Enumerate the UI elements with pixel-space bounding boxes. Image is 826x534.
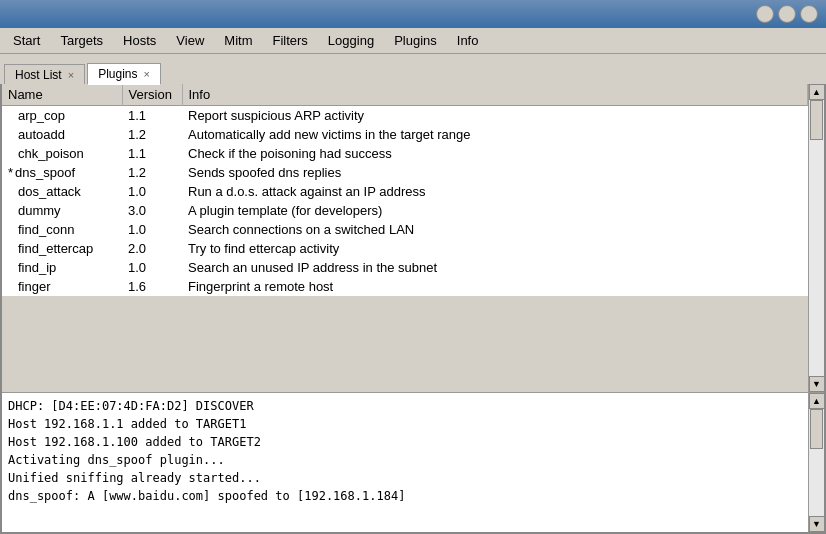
plugin-name: dos_attack [18, 184, 81, 199]
table-row[interactable]: autoadd1.2Automatically add new victims … [2, 125, 808, 144]
console-line: Activating dns_spoof plugin... [8, 451, 802, 469]
plugin-name: find_conn [18, 222, 74, 237]
plugin-info-cell: Automatically add new victims in the tar… [182, 125, 808, 144]
plugin-info-cell: Search connections on a switched LAN [182, 220, 808, 239]
plugin-version-cell: 1.6 [122, 277, 182, 296]
console-line: dns_spoof: A [www.baidu.com] spoofed to … [8, 487, 802, 505]
plugin-name: find_ettercap [18, 241, 93, 256]
menu-item-start[interactable]: Start [4, 29, 49, 52]
plugin-version-cell: 1.0 [122, 182, 182, 201]
tab-label: Plugins [98, 67, 137, 81]
tab-host-list[interactable]: Host List× [4, 64, 85, 85]
menubar: StartTargetsHostsViewMitmFiltersLoggingP… [0, 28, 826, 54]
table-row[interactable]: find_conn1.0Search connections on a swit… [2, 220, 808, 239]
tabbar: Host List×Plugins× [0, 54, 826, 84]
menu-item-hosts[interactable]: Hosts [114, 29, 165, 52]
plugin-table: Name Version Info arp_cop1.1Report suspi… [2, 84, 808, 296]
plugin-info-cell: Try to find ettercap activity [182, 239, 808, 258]
menu-item-logging[interactable]: Logging [319, 29, 383, 52]
plugin-info-cell: Run a d.o.s. attack against an IP addres… [182, 182, 808, 201]
plugin-info-cell: A plugin template (for developers) [182, 201, 808, 220]
plugin-name-cell: chk_poison [2, 144, 122, 163]
plugin-version-cell: 1.1 [122, 144, 182, 163]
scroll-up-button[interactable]: ▲ [809, 84, 825, 100]
tab-plugins[interactable]: Plugins× [87, 63, 161, 85]
console-scroll-down[interactable]: ▼ [809, 516, 825, 532]
console-scrollbar[interactable]: ▲ ▼ [808, 393, 824, 532]
table-header-row: Name Version Info [2, 84, 808, 106]
table-row[interactable]: arp_cop1.1Report suspicious ARP activity [2, 106, 808, 126]
col-header-version: Version [122, 84, 182, 106]
plugin-version-cell: 1.0 [122, 220, 182, 239]
minimize-button[interactable] [756, 5, 774, 23]
plugin-version-cell: 1.0 [122, 258, 182, 277]
plugin-name-cell: autoadd [2, 125, 122, 144]
console-line: Host 192.168.1.100 added to TARGET2 [8, 433, 802, 451]
table-scrollbar[interactable]: ▲ ▼ [808, 84, 824, 392]
table-row[interactable]: dummy3.0A plugin template (for developer… [2, 201, 808, 220]
plugin-name-cell: *dns_spoof [2, 163, 122, 182]
menu-item-filters[interactable]: Filters [263, 29, 316, 52]
col-header-name: Name [2, 84, 122, 106]
plugin-version-cell: 1.2 [122, 125, 182, 144]
plugin-name-cell: dos_attack [2, 182, 122, 201]
table-row[interactable]: chk_poison1.1Check if the poisoning had … [2, 144, 808, 163]
plugin-version-cell: 1.2 [122, 163, 182, 182]
plugin-info-cell: Check if the poisoning had success [182, 144, 808, 163]
plugin-info-cell: Report suspicious ARP activity [182, 106, 808, 126]
scroll-down-button[interactable]: ▼ [809, 376, 825, 392]
console-line: Unified sniffing already started... [8, 469, 802, 487]
col-header-info: Info [182, 84, 808, 106]
titlebar [0, 0, 826, 28]
main-window: Name Version Info arp_cop1.1Report suspi… [0, 84, 826, 534]
console-scroll-track[interactable] [809, 409, 824, 516]
close-button[interactable] [800, 5, 818, 23]
plugin-name: arp_cop [18, 108, 65, 123]
plugin-version-cell: 2.0 [122, 239, 182, 258]
plugin-name: finger [18, 279, 51, 294]
tab-label: Host List [15, 68, 62, 82]
plugin-name-cell: find_conn [2, 220, 122, 239]
console-scroll-thumb[interactable] [810, 409, 823, 449]
console-scroll-up[interactable]: ▲ [809, 393, 825, 409]
table-row[interactable]: finger1.6Fingerprint a remote host [2, 277, 808, 296]
plugin-name-cell: arp_cop [2, 106, 122, 126]
tab-close-button[interactable]: × [68, 69, 74, 81]
tab-close-button[interactable]: × [143, 68, 149, 80]
plugin-table-scroll[interactable]: Name Version Info arp_cop1.1Report suspi… [2, 84, 808, 392]
console-area: DHCP: [D4:EE:07:4D:FA:D2] DISCOVERHost 1… [2, 392, 824, 532]
plugin-name-cell: find_ettercap [2, 239, 122, 258]
scroll-thumb[interactable] [810, 100, 823, 140]
plugin-table-area: Name Version Info arp_cop1.1Report suspi… [2, 84, 824, 392]
plugin-name-cell: finger [2, 277, 122, 296]
menu-item-targets[interactable]: Targets [51, 29, 112, 52]
plugin-name-cell: dummy [2, 201, 122, 220]
console-output: DHCP: [D4:EE:07:4D:FA:D2] DISCOVERHost 1… [2, 393, 808, 532]
plugin-info-cell: Search an unused IP address in the subne… [182, 258, 808, 277]
table-row[interactable]: dos_attack1.0Run a d.o.s. attack against… [2, 182, 808, 201]
maximize-button[interactable] [778, 5, 796, 23]
plugin-name: dns_spoof [15, 165, 75, 180]
plugin-name-cell: find_ip [2, 258, 122, 277]
table-row[interactable]: find_ettercap2.0Try to find ettercap act… [2, 239, 808, 258]
plugin-version-cell: 3.0 [122, 201, 182, 220]
plugin-name: dummy [18, 203, 61, 218]
console-line: DHCP: [D4:EE:07:4D:FA:D2] DISCOVER [8, 397, 802, 415]
plugin-info-cell: Sends spoofed dns replies [182, 163, 808, 182]
scroll-track[interactable] [809, 100, 824, 376]
plugin-name: find_ip [18, 260, 56, 275]
menu-item-mitm[interactable]: Mitm [215, 29, 261, 52]
plugin-version-cell: 1.1 [122, 106, 182, 126]
plugin-name: autoadd [18, 127, 65, 142]
plugin-name: chk_poison [18, 146, 84, 161]
active-marker: * [8, 165, 13, 180]
menu-item-view[interactable]: View [167, 29, 213, 52]
table-row[interactable]: *dns_spoof1.2Sends spoofed dns replies [2, 163, 808, 182]
window-controls [756, 5, 818, 23]
menu-item-info[interactable]: Info [448, 29, 488, 52]
menu-item-plugins[interactable]: Plugins [385, 29, 446, 52]
console-line: Host 192.168.1.1 added to TARGET1 [8, 415, 802, 433]
plugin-info-cell: Fingerprint a remote host [182, 277, 808, 296]
table-row[interactable]: find_ip1.0Search an unused IP address in… [2, 258, 808, 277]
